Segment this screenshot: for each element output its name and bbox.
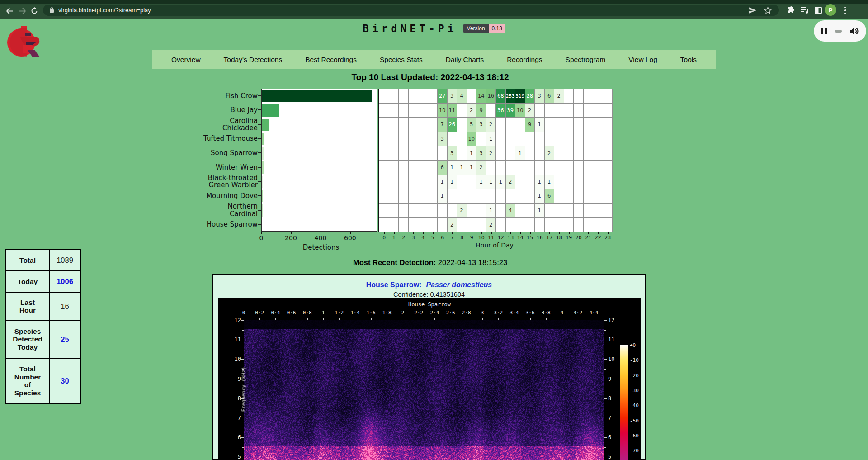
freq-label-right: 7: [608, 415, 611, 421]
hour-tick-label: 14: [515, 235, 525, 241]
volume-icon[interactable]: [849, 27, 859, 35]
version-value: 0.13: [489, 24, 505, 33]
heatmap-cell: [448, 132, 458, 147]
time-label: 4: [561, 310, 564, 316]
detection-common-name[interactable]: House Sparrow:: [366, 281, 422, 289]
time-label: 3·4: [509, 310, 519, 316]
heatmap-cell: [399, 146, 409, 161]
heatmap-cell: 1: [545, 175, 555, 190]
detection-sci-name[interactable]: Passer domesticus: [426, 281, 492, 289]
species-label-song-sparrow: Song Sparrow: [151, 149, 258, 157]
heatmap-cell: [399, 175, 409, 190]
heatmap-cell: [438, 218, 448, 232]
freq-label-left: 11: [232, 337, 241, 343]
nav-item-best-recordings[interactable]: Best Recordings: [305, 56, 357, 64]
heatmap-cell: [428, 175, 438, 190]
playlist-icon[interactable]: [799, 6, 810, 15]
colorbar-label: -50: [630, 417, 639, 423]
heatmap-cell: [418, 104, 428, 118]
nav-item-recordings[interactable]: Recordings: [507, 56, 542, 64]
nav-item-overview[interactable]: Overview: [171, 56, 201, 64]
time-label: 3·6: [526, 310, 535, 316]
heatmap-cell: 2: [476, 161, 486, 175]
heatmap-cell: [457, 132, 467, 147]
heatmap-cell: [593, 132, 603, 147]
heatmap-cell: 16: [486, 89, 496, 104]
heatmap-cell: [574, 189, 584, 204]
heatmap-cell: 1: [496, 175, 506, 190]
heatmap-cell: [448, 204, 458, 218]
heatmap-cell: [399, 118, 409, 132]
heatmap-cell: [457, 218, 467, 232]
heatmap-cell: [409, 118, 419, 132]
bar-blue-jay: [262, 104, 279, 117]
heatmap-cell: 1: [457, 161, 467, 175]
heatmap-cell: [593, 104, 603, 118]
heatmap-cell: [574, 161, 584, 175]
stats-value[interactable]: 1006: [50, 271, 80, 292]
browser-menu-icon[interactable]: [840, 6, 851, 15]
heatmap-cell: [584, 146, 594, 161]
heatmap-cell: [399, 218, 409, 232]
heatmap-cell: 1: [486, 204, 496, 218]
audio-player: [814, 20, 866, 42]
spectrogram-title: House Sparrow: [218, 301, 641, 308]
nav-item-spectrogram[interactable]: Spectrogram: [566, 56, 606, 64]
heatmap-cell: [379, 146, 389, 161]
time-label: 0·2: [255, 310, 264, 316]
heatmap-cell: [379, 189, 389, 204]
pause-button[interactable]: [821, 28, 827, 34]
heatmap-cell: [409, 89, 419, 104]
heatmap-cell: 2: [525, 104, 535, 118]
most-recent-label: Most Recent Detection:: [353, 258, 436, 266]
heatmap-cell: [399, 89, 409, 104]
heatmap-cell: [379, 204, 389, 218]
species-label-black-throated-green-warbler: Black-throated Green Warbler: [151, 174, 258, 189]
stats-row-total-number-of-species: Total Number of Species30: [6, 359, 80, 403]
send-icon[interactable]: [748, 7, 757, 14]
nav-item-today-s-detections[interactable]: Today's Detections: [224, 56, 283, 64]
stats-value[interactable]: 30: [50, 359, 80, 403]
nav-item-daily-charts[interactable]: Daily Charts: [446, 56, 484, 64]
heatmap-cell: [428, 218, 438, 232]
extensions-icon[interactable]: [786, 6, 797, 15]
heatmap-cell: [379, 218, 389, 232]
time-label: 2·4: [430, 310, 439, 316]
forward-button[interactable]: [16, 6, 28, 16]
heatmap-cell: 1: [448, 161, 458, 175]
nav-item-view-log[interactable]: View Log: [628, 56, 657, 64]
profile-avatar[interactable]: P: [825, 4, 836, 16]
heatmap-cell: [584, 89, 594, 104]
heatmap-cell: 3: [535, 89, 545, 104]
heatmap-cell: [584, 161, 594, 175]
time-label: 4·4: [589, 310, 598, 316]
heatmap-cell: [545, 132, 555, 147]
heatmap-cell: [535, 161, 545, 175]
heatmap-cell: [467, 175, 477, 190]
sidebar-toggle-icon[interactable]: [813, 6, 824, 15]
address-bar[interactable]: virginia.birdnetpi.com/?stream=play: [43, 5, 779, 16]
species-label-blue-jay: Blue Jay: [151, 106, 258, 114]
reload-button[interactable]: [28, 6, 40, 16]
stats-label: Today: [6, 271, 50, 292]
heatmap-cell: [389, 218, 399, 232]
heatmap-cell: 11: [448, 104, 458, 118]
heatmap-cell: [593, 204, 603, 218]
player-progress[interactable]: [835, 30, 842, 33]
heatmap-cell: [564, 146, 574, 161]
heatmap-cell: [515, 132, 525, 147]
nav-item-species-stats[interactable]: Species Stats: [380, 56, 423, 64]
time-label: 1·6: [367, 310, 376, 316]
heatmap-cell: [545, 204, 555, 218]
heatmap-cell: [603, 118, 613, 132]
heatmap-cell: [476, 218, 486, 232]
heatmap-cell: [574, 132, 584, 147]
bookmark-star-icon[interactable]: [764, 7, 772, 14]
heatmap-cell: [554, 204, 564, 218]
nav-item-tools[interactable]: Tools: [680, 56, 697, 64]
hour-tick-label: 2: [399, 235, 409, 241]
stats-value[interactable]: 25: [50, 321, 80, 358]
back-button[interactable]: [4, 6, 15, 16]
heatmap-cell: [467, 89, 477, 104]
heatmap-cell: [593, 218, 603, 232]
